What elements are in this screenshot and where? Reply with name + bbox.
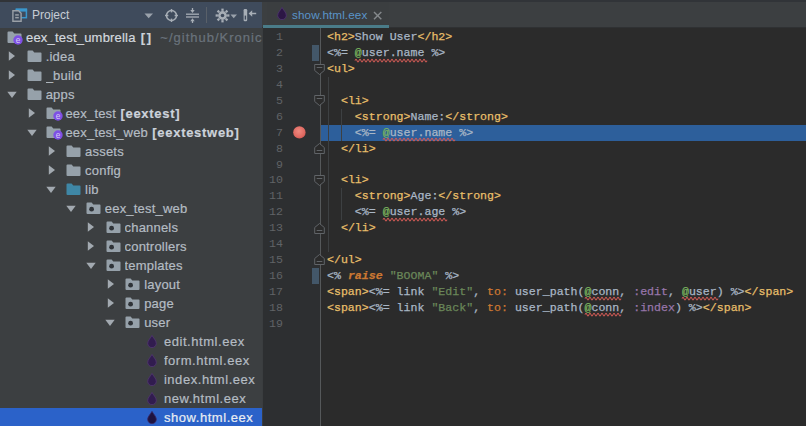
svg-text:e: e xyxy=(16,35,21,44)
svg-text:e: e xyxy=(55,111,60,120)
svg-text:e: e xyxy=(55,130,60,139)
